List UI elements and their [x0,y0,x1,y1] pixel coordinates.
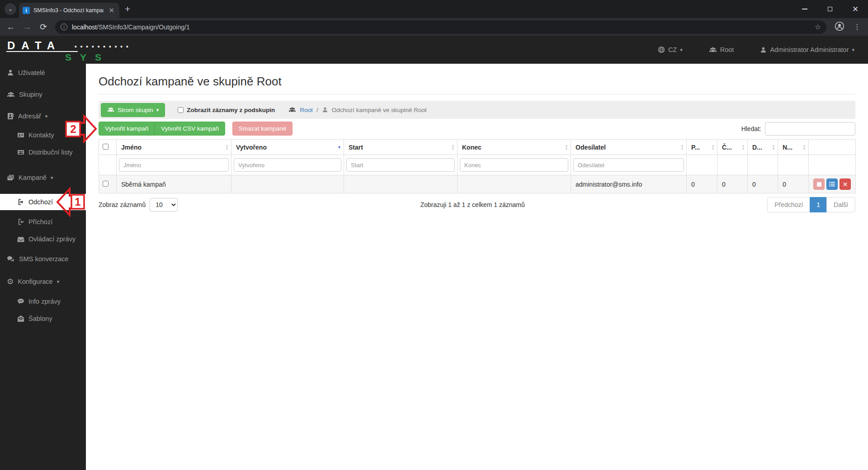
row-select-checkbox[interactable] [103,181,108,187]
sidebar-item-info-zpravy[interactable]: Info zprávy [0,293,86,310]
sort-icons: ▲▼ [565,144,568,150]
show-subgroups-option[interactable]: Zobrazit záznamy z podskupin [178,107,275,113]
user-icon [7,69,14,76]
group-menu[interactable]: Root [709,46,734,53]
show-subgroups-label: Zobrazit záznamy z podskupin [187,107,275,113]
restore-button[interactable] [817,0,843,18]
actions-row: Vytvořit kampaň Vytvořit CSV kampaň Smaz… [99,122,855,136]
reload-button[interactable]: ⟳ [36,22,51,32]
minimize-icon [802,9,807,9]
table-row[interactable]: Sběrná kampaň administrator@sms.info 0 0… [99,175,856,193]
table-header-row: Jméno▲▼ Vytvořeno▼ Start▲▼ Konec▲▼ Odesí… [99,140,856,155]
filter-input-odesilatel[interactable] [573,158,684,172]
search-input[interactable] [765,122,855,136]
cell-d: 0 [748,175,778,193]
pagination-next[interactable]: Další [826,197,855,212]
gear-icon: ⚙ [7,278,14,286]
filter-input-jmeno[interactable] [119,158,229,172]
sidebar-item-konfigurace[interactable]: ⚙ Konfigurace ▾ [0,273,86,290]
sidebar-item-sms-konverzace[interactable]: SMS konverzace [0,251,86,267]
filter-cell-empty [778,155,809,175]
create-csv-campaign-button[interactable]: Vytvořit CSV kampaň [155,122,225,136]
sidebar-item-prichozi[interactable]: Příchozí [0,214,86,230]
breadcrumb-separator: / [316,107,318,113]
sort-icons: ▲▼ [225,144,229,150]
outgoing-icon [17,198,24,206]
bookmark-star-icon[interactable]: ☆ [815,23,821,31]
sidebar-item-ovladaci-zpravy[interactable]: Ovládací zprávy [0,231,86,247]
column-header-n[interactable]: N...▲▼ [778,140,809,155]
context-bar: Strom skupin ▾ Zobrazit záznamy z podsku… [99,101,855,119]
minimize-button[interactable] [792,0,817,18]
incoming-icon [17,218,24,226]
new-tab-button[interactable]: + [125,4,130,14]
campaigns-icon [7,174,14,181]
show-subgroups-checkbox[interactable] [178,107,184,113]
campaign-detail-button[interactable] [826,179,838,190]
sidebar-item-label: Kontakty [28,132,54,139]
column-header-konec[interactable]: Konec▲▼ [458,140,571,155]
filter-cell-empty [687,155,717,175]
close-button[interactable]: ✕ [843,0,868,18]
page-size-select[interactable]: 10 [150,198,178,212]
sidebar-item-odchozi[interactable]: Odchozí [0,194,86,210]
sidebar-item-uzivatele[interactable]: Uživatelé [0,65,86,81]
column-header-odesilatel[interactable]: Odesílatel▲▼ [571,140,687,155]
create-campaign-button[interactable]: Vytvořit kampaň [99,122,155,136]
column-header-d[interactable]: D...▲▼ [748,140,778,155]
sidebar-item-kontakty[interactable]: Kontakty [0,127,86,143]
language-menu[interactable]: CZ ▾ [658,46,683,53]
globe-icon [658,46,665,53]
sidebar-item-sablony[interactable]: Šablony [0,310,86,327]
select-all-checkbox[interactable] [103,144,108,150]
sidebar-item-label: Skupiny [19,91,42,98]
templates-icon [17,315,24,322]
stop-icon [817,182,821,187]
delete-campaigns-button[interactable]: Smazat kampaně [232,122,292,136]
sidebar-item-label: Adresář [18,113,41,120]
table-filter-row [99,155,856,175]
breadcrumb-root-link[interactable]: Root [300,107,313,113]
cell-end [458,175,571,193]
column-header-start[interactable]: Start▲▼ [344,140,458,155]
url-text[interactable]: localhost/SMSInfo3/Campaign/Outgoing/1 [72,24,810,31]
profile-icon[interactable] [835,21,844,33]
browser-menu-icon[interactable]: ⋮ [854,23,861,31]
address-bar[interactable]: i localhost/SMSInfo3/Campaign/Outgoing/1… [55,20,826,34]
sidebar-item-skupiny[interactable]: Skupiny [0,86,86,103]
user-menu[interactable]: Administrator Administrator ▾ [760,46,854,53]
users-icon [288,107,296,113]
column-header-c[interactable]: Č...▲▼ [717,140,748,155]
create-button-group: Vytvořit kampaň Vytvořit CSV kampaň [99,122,225,136]
user-label: Administrator Administrator [770,46,849,53]
filter-input-konec[interactable] [460,158,568,172]
column-header-vytvoreno[interactable]: Vytvořeno▼ [231,140,344,155]
stop-campaign-button[interactable] [813,179,825,190]
sidebar-item-kampane[interactable]: Kampaně ▾ [0,169,86,186]
tab-close-icon[interactable]: ✕ [107,6,116,14]
filter-input-start[interactable] [346,158,455,172]
forward-button[interactable]: → [20,22,34,32]
browser-tab[interactable]: i SMSInfo3 - Odchozí kampaně ✕ [19,3,119,18]
filter-input-vytvoreno[interactable] [234,158,341,172]
column-header-p[interactable]: P...▲▼ [687,140,717,155]
pagination-page-1[interactable]: 1 [810,197,827,212]
breadcrumb-current: Odchozí kampaně ve skupině Root [332,107,427,113]
pagination-previous[interactable]: Předchozí [767,197,810,212]
datasys-logo[interactable]: DATA .......... SYS [5,36,141,64]
row-actions: ✕ [813,179,851,190]
delete-row-button[interactable]: ✕ [840,179,851,190]
breadcrumb: Root / Odchozí kampaně ve skupině Root [288,107,426,113]
tab-search-button[interactable]: ⌄ [5,3,16,15]
sidebar-item-adresar[interactable]: Adresář ▾ [0,108,86,124]
site-info-icon[interactable]: i [61,24,67,30]
column-header-jmeno[interactable]: Jméno▲▼ [117,140,231,155]
chevron-down-icon: ▾ [680,47,683,53]
conversations-icon [7,256,15,263]
group-tree-button[interactable]: Strom skupin ▾ [101,103,165,117]
sort-desc-icon: ▼ [337,146,341,149]
sidebar-item-label: Uživatelé [18,69,45,76]
back-button[interactable]: ← [4,22,18,32]
sidebar-item-distribucni-listy[interactable]: Distribuční listy [0,144,86,160]
cell-start [344,175,458,193]
